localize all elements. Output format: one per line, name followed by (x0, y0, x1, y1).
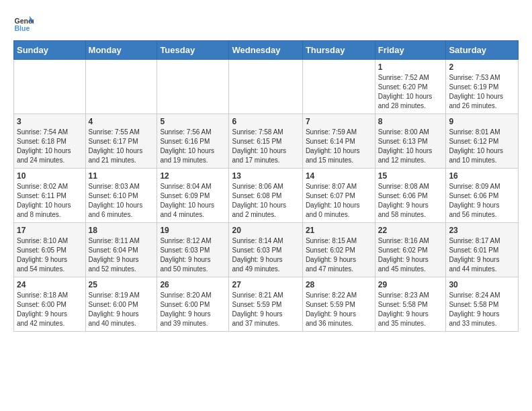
day-number: 26 (160, 280, 226, 289)
calendar-cell (14, 60, 86, 114)
calendar-cell (85, 60, 157, 114)
day-number: 3 (17, 117, 83, 126)
calendar-cell: 9Sunrise: 8:01 AM Sunset: 6:12 PM Daylig… (446, 114, 519, 169)
calendar-cell: 21Sunrise: 8:15 AM Sunset: 6:02 PM Dayli… (302, 223, 375, 277)
day-info: Sunrise: 8:17 AM Sunset: 6:01 PM Dayligh… (449, 236, 515, 274)
day-info: Sunrise: 8:04 AM Sunset: 6:09 PM Dayligh… (160, 182, 226, 220)
day-number: 9 (449, 117, 515, 126)
day-number: 2 (449, 62, 515, 72)
day-number: 20 (232, 226, 299, 235)
calendar-cell: 16Sunrise: 8:09 AM Sunset: 6:06 PM Dayli… (446, 169, 519, 223)
calendar-cell: 4Sunrise: 7:55 AM Sunset: 6:17 PM Daylig… (85, 114, 157, 169)
calendar-cell (157, 60, 229, 114)
calendar-cell: 27Sunrise: 8:21 AM Sunset: 5:59 PM Dayli… (229, 277, 302, 332)
day-number: 6 (232, 117, 299, 126)
calendar-cell: 14Sunrise: 8:07 AM Sunset: 6:07 PM Dayli… (302, 169, 375, 223)
calendar-week-row: 17Sunrise: 8:10 AM Sunset: 6:05 PM Dayli… (14, 223, 519, 277)
day-info: Sunrise: 7:56 AM Sunset: 6:16 PM Dayligh… (160, 128, 226, 165)
day-number: 8 (378, 117, 443, 126)
calendar-week-row: 10Sunrise: 8:02 AM Sunset: 6:11 PM Dayli… (14, 169, 519, 223)
calendar-week-row: 3Sunrise: 7:54 AM Sunset: 6:18 PM Daylig… (14, 114, 519, 169)
day-info: Sunrise: 7:54 AM Sunset: 6:18 PM Dayligh… (17, 128, 83, 165)
day-info: Sunrise: 7:52 AM Sunset: 6:20 PM Dayligh… (378, 73, 443, 111)
logo-icon: General Blue (13, 13, 34, 34)
calendar-cell: 20Sunrise: 8:14 AM Sunset: 6:03 PM Dayli… (229, 223, 302, 277)
day-number: 22 (378, 226, 443, 235)
calendar-cell: 11Sunrise: 8:03 AM Sunset: 6:10 PM Dayli… (85, 169, 157, 223)
day-number: 19 (160, 226, 226, 235)
day-number: 12 (160, 171, 226, 181)
calendar-cell: 30Sunrise: 8:24 AM Sunset: 5:58 PM Dayli… (446, 277, 519, 332)
calendar-cell: 1Sunrise: 7:52 AM Sunset: 6:20 PM Daylig… (375, 60, 446, 114)
calendar-cell: 18Sunrise: 8:11 AM Sunset: 6:04 PM Dayli… (85, 223, 157, 277)
day-info: Sunrise: 8:01 AM Sunset: 6:12 PM Dayligh… (449, 128, 515, 165)
calendar-cell: 5Sunrise: 7:56 AM Sunset: 6:16 PM Daylig… (157, 114, 229, 169)
day-number: 18 (89, 226, 154, 235)
day-info: Sunrise: 8:06 AM Sunset: 6:08 PM Dayligh… (232, 182, 299, 220)
calendar-cell: 23Sunrise: 8:17 AM Sunset: 6:01 PM Dayli… (446, 223, 519, 277)
day-info: Sunrise: 8:00 AM Sunset: 6:13 PM Dayligh… (378, 128, 443, 165)
day-number: 7 (306, 117, 372, 126)
calendar-cell: 22Sunrise: 8:16 AM Sunset: 6:02 PM Dayli… (375, 223, 446, 277)
calendar-cell: 3Sunrise: 7:54 AM Sunset: 6:18 PM Daylig… (14, 114, 86, 169)
day-number: 10 (17, 171, 83, 181)
weekday-header-thursday: Thursday (302, 41, 375, 60)
day-number: 4 (89, 117, 154, 126)
day-number: 25 (89, 280, 154, 289)
calendar-cell: 25Sunrise: 8:19 AM Sunset: 6:00 PM Dayli… (85, 277, 157, 332)
day-info: Sunrise: 8:08 AM Sunset: 6:06 PM Dayligh… (378, 182, 443, 220)
day-number: 23 (449, 226, 515, 235)
day-number: 28 (306, 280, 372, 289)
day-info: Sunrise: 8:10 AM Sunset: 6:05 PM Dayligh… (17, 236, 83, 274)
calendar-table: SundayMondayTuesdayWednesdayThursdayFrid… (13, 40, 519, 332)
day-number: 27 (232, 280, 299, 289)
calendar-cell: 13Sunrise: 8:06 AM Sunset: 6:08 PM Dayli… (229, 169, 302, 223)
day-info: Sunrise: 8:11 AM Sunset: 6:04 PM Dayligh… (89, 236, 154, 274)
day-number: 14 (306, 171, 372, 181)
day-number: 29 (378, 280, 443, 289)
weekday-header-tuesday: Tuesday (157, 41, 229, 60)
day-info: Sunrise: 7:59 AM Sunset: 6:14 PM Dayligh… (306, 128, 372, 165)
day-info: Sunrise: 7:58 AM Sunset: 6:15 PM Dayligh… (232, 128, 299, 165)
calendar-week-row: 1Sunrise: 7:52 AM Sunset: 6:20 PM Daylig… (14, 60, 519, 114)
weekday-header-friday: Friday (375, 41, 446, 60)
calendar-cell: 7Sunrise: 7:59 AM Sunset: 6:14 PM Daylig… (302, 114, 375, 169)
day-info: Sunrise: 8:02 AM Sunset: 6:11 PM Dayligh… (17, 182, 83, 220)
calendar-cell: 8Sunrise: 8:00 AM Sunset: 6:13 PM Daylig… (375, 114, 446, 169)
day-number: 15 (378, 171, 443, 181)
weekday-header-wednesday: Wednesday (229, 41, 302, 60)
calendar-header-row: SundayMondayTuesdayWednesdayThursdayFrid… (14, 41, 519, 60)
calendar-cell (229, 60, 302, 114)
calendar-cell: 12Sunrise: 8:04 AM Sunset: 6:09 PM Dayli… (157, 169, 229, 223)
day-number: 5 (160, 117, 226, 126)
day-info: Sunrise: 8:14 AM Sunset: 6:03 PM Dayligh… (232, 236, 299, 274)
logo: General Blue (13, 13, 36, 34)
weekday-header-saturday: Saturday (446, 41, 519, 60)
day-info: Sunrise: 8:24 AM Sunset: 5:58 PM Dayligh… (449, 291, 515, 328)
day-info: Sunrise: 8:22 AM Sunset: 5:59 PM Dayligh… (306, 291, 372, 328)
day-number: 1 (378, 62, 443, 72)
calendar-cell: 19Sunrise: 8:12 AM Sunset: 6:03 PM Dayli… (157, 223, 229, 277)
day-info: Sunrise: 8:20 AM Sunset: 6:00 PM Dayligh… (160, 291, 226, 328)
day-info: Sunrise: 7:53 AM Sunset: 6:19 PM Dayligh… (449, 73, 515, 111)
day-info: Sunrise: 8:23 AM Sunset: 5:58 PM Dayligh… (378, 291, 443, 328)
weekday-header-sunday: Sunday (14, 41, 86, 60)
calendar-cell: 6Sunrise: 7:58 AM Sunset: 6:15 PM Daylig… (229, 114, 302, 169)
day-info: Sunrise: 8:19 AM Sunset: 6:00 PM Dayligh… (89, 291, 154, 328)
day-number: 17 (17, 226, 83, 235)
weekday-header-monday: Monday (85, 41, 157, 60)
calendar-cell: 24Sunrise: 8:18 AM Sunset: 6:00 PM Dayli… (14, 277, 86, 332)
day-number: 24 (17, 280, 83, 289)
day-info: Sunrise: 8:09 AM Sunset: 6:06 PM Dayligh… (449, 182, 515, 220)
page-header: General Blue (13, 13, 519, 34)
day-info: Sunrise: 8:21 AM Sunset: 5:59 PM Dayligh… (232, 291, 299, 328)
day-info: Sunrise: 7:55 AM Sunset: 6:17 PM Dayligh… (89, 128, 154, 165)
day-info: Sunrise: 8:03 AM Sunset: 6:10 PM Dayligh… (89, 182, 154, 220)
calendar-cell (302, 60, 375, 114)
calendar-cell: 10Sunrise: 8:02 AM Sunset: 6:11 PM Dayli… (14, 169, 86, 223)
calendar-cell: 29Sunrise: 8:23 AM Sunset: 5:58 PM Dayli… (375, 277, 446, 332)
day-number: 11 (89, 171, 154, 181)
day-number: 30 (449, 280, 515, 289)
calendar-cell: 28Sunrise: 8:22 AM Sunset: 5:59 PM Dayli… (302, 277, 375, 332)
calendar-cell: 15Sunrise: 8:08 AM Sunset: 6:06 PM Dayli… (375, 169, 446, 223)
